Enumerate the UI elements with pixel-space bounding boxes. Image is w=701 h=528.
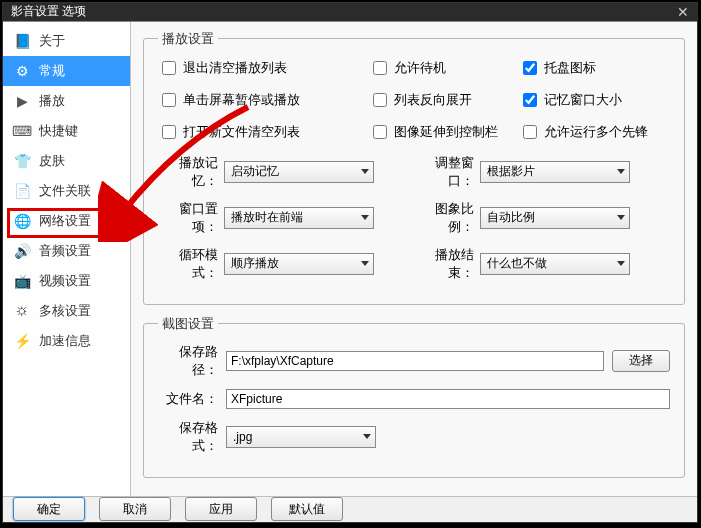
check-label: 图像延伸到控制栏 — [394, 123, 498, 141]
select-save-format[interactable]: .jpg — [226, 426, 376, 448]
capture-legend: 截图设置 — [158, 315, 218, 333]
check-stretch-ctrlbar[interactable]: 图像延伸到控制栏 — [369, 122, 520, 142]
select-value: 播放时在前端 — [231, 209, 303, 226]
chevron-down-icon — [363, 434, 371, 439]
sidebar-item-label: 皮肤 — [39, 152, 65, 170]
sidebar-item-playback[interactable]: ▶ 播放 — [3, 86, 130, 116]
check-label: 托盘图标 — [544, 59, 596, 77]
select-play-memory[interactable]: 启动记忆 — [224, 161, 374, 183]
button-label: 取消 — [123, 501, 147, 518]
cancel-button[interactable]: 取消 — [99, 497, 171, 521]
info-icon: 📘 — [13, 32, 31, 50]
button-label: 确定 — [37, 501, 61, 518]
label-window-pos: 窗口置项： — [158, 200, 218, 236]
sidebar-item-network[interactable]: 🌐 网络设置 — [3, 206, 130, 236]
sidebar-item-label: 播放 — [39, 92, 65, 110]
ok-button[interactable]: 确定 — [13, 497, 85, 521]
select-window-pos[interactable]: 播放时在前端 — [224, 207, 374, 229]
checkbox[interactable] — [162, 125, 176, 139]
sidebar-item-label: 快捷键 — [39, 122, 78, 140]
sidebar-item-label: 常规 — [39, 62, 65, 80]
sidebar-item-skin[interactable]: 👕 皮肤 — [3, 146, 130, 176]
check-reverse-list[interactable]: 列表反向展开 — [369, 90, 520, 110]
chevron-down-icon — [361, 261, 369, 266]
check-remember-size[interactable]: 记忆窗口大小 — [519, 90, 670, 110]
sidebar-item-label: 关于 — [39, 32, 65, 50]
sidebar-item-hotkey[interactable]: ⌨ 快捷键 — [3, 116, 130, 146]
cpu-icon: ⛭ — [13, 302, 31, 320]
checkbox[interactable] — [162, 61, 176, 75]
chevron-down-icon — [617, 215, 625, 220]
select-value: .jpg — [233, 430, 252, 444]
checkbox[interactable] — [162, 93, 176, 107]
sidebar-item-label: 加速信息 — [39, 332, 91, 350]
playback-legend: 播放设置 — [158, 30, 218, 48]
label-resize-window: 调整窗口： — [414, 154, 474, 190]
sidebar-item-multicore[interactable]: ⛭ 多核设置 — [3, 296, 130, 326]
settings-window: 影音设置 选项 ✕ 📘 关于 ⚙ 常规 ▶ 播放 ⌨ 快捷键 👕 皮肤 — [2, 2, 698, 523]
chevron-down-icon — [361, 215, 369, 220]
select-loop-mode[interactable]: 顺序播放 — [224, 253, 374, 275]
sidebar-item-audio[interactable]: 🔊 音频设置 — [3, 236, 130, 266]
check-label: 退出清空播放列表 — [183, 59, 287, 77]
sidebar-item-assoc[interactable]: 📄 文件关联 — [3, 176, 130, 206]
tshirt-icon: 👕 — [13, 152, 31, 170]
check-click-pause[interactable]: 单击屏幕暂停或播放 — [158, 90, 369, 110]
sidebar-item-accel[interactable]: ⚡ 加速信息 — [3, 326, 130, 356]
select-value: 自动比例 — [487, 209, 535, 226]
label-play-memory: 播放记忆： — [158, 154, 218, 190]
close-icon[interactable]: ✕ — [677, 4, 689, 20]
checkbox[interactable] — [373, 125, 387, 139]
sidebar-item-label: 视频设置 — [39, 272, 91, 290]
label-aspect-ratio: 图象比例： — [414, 200, 474, 236]
sidebar-item-about[interactable]: 📘 关于 — [3, 26, 130, 56]
bolt-icon: ⚡ — [13, 332, 31, 350]
checkbox[interactable] — [523, 93, 537, 107]
check-label: 打开新文件清空列表 — [183, 123, 300, 141]
speaker-icon: 🔊 — [13, 242, 31, 260]
check-label: 列表反向展开 — [394, 91, 472, 109]
check-label: 允许待机 — [394, 59, 446, 77]
select-value: 什么也不做 — [487, 255, 547, 272]
browse-button[interactable]: 选择 — [612, 350, 670, 372]
check-tray-icon[interactable]: 托盘图标 — [519, 58, 670, 78]
footer: 确定 取消 应用 默认值 — [3, 496, 697, 522]
sidebar-item-video[interactable]: 📺 视频设置 — [3, 266, 130, 296]
play-icon: ▶ — [13, 92, 31, 110]
checkbox[interactable] — [373, 93, 387, 107]
select-value: 根据影片 — [487, 163, 535, 180]
check-label: 单击屏幕暂停或播放 — [183, 91, 300, 109]
check-clear-on-exit[interactable]: 退出清空播放列表 — [158, 58, 369, 78]
input-save-path[interactable] — [226, 351, 604, 371]
check-allow-multi[interactable]: 允许运行多个先锋 — [519, 122, 670, 142]
checkbox[interactable] — [523, 125, 537, 139]
gear-icon: ⚙ — [13, 62, 31, 80]
checkbox[interactable] — [373, 61, 387, 75]
chevron-down-icon — [617, 169, 625, 174]
window-body: 📘 关于 ⚙ 常规 ▶ 播放 ⌨ 快捷键 👕 皮肤 📄 文件关联 — [3, 21, 697, 496]
button-label: 应用 — [209, 501, 233, 518]
tv-icon: 📺 — [13, 272, 31, 290]
sidebar-item-general[interactable]: ⚙ 常规 — [3, 56, 130, 86]
sidebar-item-label: 网络设置 — [39, 212, 91, 230]
select-resize-window[interactable]: 根据影片 — [480, 161, 630, 183]
checkbox[interactable] — [523, 61, 537, 75]
sidebar-item-label: 文件关联 — [39, 182, 91, 200]
input-file-name[interactable] — [226, 389, 670, 409]
sidebar-item-label: 多核设置 — [39, 302, 91, 320]
document-icon: 📄 — [13, 182, 31, 200]
titlebar: 影音设置 选项 ✕ — [3, 3, 697, 21]
select-aspect-ratio[interactable]: 自动比例 — [480, 207, 630, 229]
playback-group: 播放设置 退出清空播放列表 允许待机 托盘图标 — [143, 30, 685, 305]
button-label: 选择 — [629, 352, 653, 369]
select-play-end[interactable]: 什么也不做 — [480, 253, 630, 275]
default-button[interactable]: 默认值 — [271, 497, 343, 521]
check-clear-on-open[interactable]: 打开新文件清空列表 — [158, 122, 369, 142]
chevron-down-icon — [617, 261, 625, 266]
label-play-end: 播放结束： — [414, 246, 474, 282]
check-allow-standby[interactable]: 允许待机 — [369, 58, 520, 78]
label-save-path: 保存路径： — [158, 343, 218, 379]
apply-button[interactable]: 应用 — [185, 497, 257, 521]
check-label: 允许运行多个先锋 — [544, 123, 648, 141]
keyboard-icon: ⌨ — [13, 122, 31, 140]
